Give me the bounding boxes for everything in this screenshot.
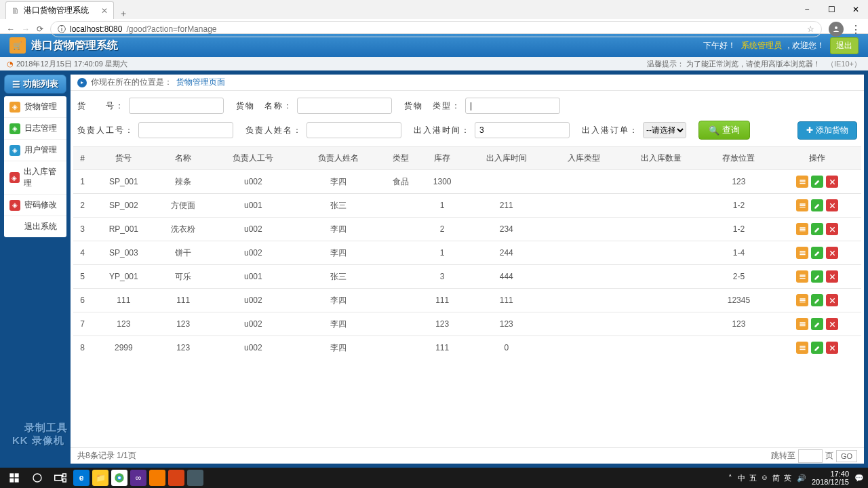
ime-bar[interactable]: 中五☺简英 bbox=[738, 473, 791, 483]
view-button[interactable] bbox=[796, 294, 808, 306]
back-button[interactable]: ← bbox=[7, 24, 15, 34]
person-id-input[interactable] bbox=[138, 122, 233, 138]
view-button[interactable] bbox=[796, 318, 808, 330]
search-icon: 🔍 bbox=[709, 125, 719, 136]
table-cell: SP_002 bbox=[92, 194, 156, 218]
sidebar-item-icon: ◈ bbox=[9, 102, 20, 113]
goods-type-input[interactable] bbox=[465, 98, 560, 114]
edit-button[interactable] bbox=[811, 247, 823, 259]
close-window-button[interactable]: ✕ bbox=[844, 0, 868, 19]
person-name-input[interactable] bbox=[307, 122, 401, 138]
go-button[interactable]: GO bbox=[836, 450, 857, 462]
ime-item[interactable]: 中 bbox=[738, 473, 745, 483]
table-cell: 1300 bbox=[420, 170, 464, 194]
delete-button[interactable] bbox=[826, 342, 838, 354]
view-button[interactable] bbox=[796, 270, 808, 283]
delete-button[interactable] bbox=[826, 318, 838, 330]
menu-button[interactable]: ⋮ bbox=[850, 23, 861, 36]
profile-button[interactable] bbox=[829, 22, 844, 37]
header-right: 下午好！ 系统管理员 , 欢迎您！ 退出 bbox=[703, 37, 859, 54]
table-cell bbox=[380, 194, 420, 218]
new-tab-button[interactable]: + bbox=[114, 8, 133, 19]
ime-item[interactable]: ☺ bbox=[761, 473, 768, 483]
view-button[interactable] bbox=[796, 176, 808, 188]
taskview-button[interactable] bbox=[50, 469, 71, 487]
tip: 温馨提示： 为了能正常浏览，请使用高版本浏览器！ （IE10+） bbox=[647, 59, 861, 69]
browser-tab[interactable]: 🗎 港口货物管理系统 ✕ bbox=[5, 1, 114, 19]
view-button[interactable] bbox=[796, 342, 808, 354]
explorer-icon[interactable]: 📁 bbox=[92, 470, 108, 486]
app5-icon[interactable] bbox=[187, 470, 203, 486]
edit-button[interactable] bbox=[811, 342, 823, 354]
site-info-icon[interactable]: ⓘ bbox=[58, 24, 66, 35]
view-button[interactable] bbox=[796, 199, 808, 211]
reload-button[interactable]: ⟳ bbox=[37, 24, 43, 34]
app3-icon[interactable] bbox=[149, 470, 165, 486]
sidebar-item-label: 日志管理 bbox=[24, 123, 57, 134]
table-cell: 244 bbox=[464, 241, 549, 265]
sidebar-item-label: 出入库管理 bbox=[24, 166, 61, 189]
edit-button[interactable] bbox=[811, 176, 823, 188]
logout-button[interactable]: 退出 bbox=[830, 37, 859, 54]
delete-button[interactable] bbox=[826, 199, 838, 211]
action-cell bbox=[774, 218, 861, 241]
sidebar-item-4[interactable]: ◈密码修改 bbox=[4, 195, 66, 216]
notifications-icon[interactable]: 💬 bbox=[854, 474, 864, 483]
edit-button[interactable] bbox=[811, 318, 823, 330]
table-cell: 5 bbox=[73, 265, 92, 289]
sidebar-item-5[interactable]: 退出系统 bbox=[4, 216, 66, 237]
lbl-goods-name: 货物 名称： bbox=[236, 100, 293, 112]
url-input[interactable]: ⓘ localhost:8080/good?action=forManage ☆ bbox=[50, 21, 822, 37]
table-cell: 123 bbox=[704, 170, 774, 194]
edit-button[interactable] bbox=[811, 294, 823, 306]
edge-icon[interactable]: e bbox=[73, 470, 90, 486]
goods-name-input[interactable] bbox=[297, 98, 392, 114]
table-cell bbox=[380, 289, 420, 312]
sidebar-item-0[interactable]: ◈货物管理 bbox=[4, 96, 66, 118]
maximize-button[interactable]: ☐ bbox=[819, 0, 844, 19]
edit-button[interactable] bbox=[811, 270, 823, 283]
speaker-icon[interactable]: 🔊 bbox=[797, 474, 806, 483]
io-order-select[interactable]: --请选择-- bbox=[643, 122, 686, 138]
view-button[interactable] bbox=[796, 223, 808, 235]
minimize-button[interactable]: − bbox=[795, 0, 819, 19]
edit-button[interactable] bbox=[811, 199, 823, 211]
bookmark-icon[interactable]: ☆ bbox=[807, 24, 814, 34]
ime-item[interactable]: 五 bbox=[749, 473, 757, 483]
table-row: 2SP_002方便面u001张三12111-2 bbox=[73, 194, 861, 218]
add-goods-button[interactable]: ✚ 添加货物 bbox=[797, 121, 857, 140]
forward-button[interactable]: → bbox=[22, 24, 30, 34]
cortana-button[interactable] bbox=[27, 469, 47, 487]
goods-no-input[interactable] bbox=[129, 98, 224, 114]
table-cell bbox=[549, 312, 618, 336]
delete-button[interactable] bbox=[826, 247, 838, 259]
ime-item[interactable]: 简 bbox=[772, 473, 780, 483]
sidebar-item-3[interactable]: ◈出入库管理 bbox=[4, 161, 66, 195]
table-cell: 123 bbox=[704, 312, 774, 336]
tray-chevron[interactable]: ˄ bbox=[728, 474, 732, 483]
table-cell bbox=[549, 336, 618, 360]
table-cell: 可乐 bbox=[156, 265, 211, 289]
ime-item[interactable]: 英 bbox=[784, 473, 791, 483]
start-button[interactable] bbox=[4, 469, 24, 487]
table-cell bbox=[549, 265, 618, 289]
delete-button[interactable] bbox=[826, 176, 838, 188]
ide-icon[interactable]: ∞ bbox=[130, 470, 146, 486]
app4-icon[interactable] bbox=[168, 470, 184, 486]
delete-button[interactable] bbox=[826, 294, 838, 306]
sidebar-item-2[interactable]: ◈用户管理 bbox=[4, 140, 66, 161]
io-time-input[interactable] bbox=[475, 122, 570, 138]
close-icon[interactable]: ✕ bbox=[101, 6, 108, 16]
delete-button[interactable] bbox=[826, 270, 838, 283]
breadcrumb-link[interactable]: 货物管理页面 bbox=[176, 77, 225, 88]
chrome-icon[interactable] bbox=[111, 470, 127, 486]
edit-button[interactable] bbox=[811, 223, 823, 235]
view-button[interactable] bbox=[796, 247, 808, 259]
clock[interactable]: 17:40 2018/12/15 bbox=[812, 470, 849, 486]
search-button[interactable]: 🔍 查询 bbox=[698, 121, 750, 140]
sidebar-item-1[interactable]: ◈日志管理 bbox=[4, 118, 66, 140]
table-cell: 李四 bbox=[296, 289, 380, 312]
action-cell bbox=[774, 289, 861, 312]
delete-button[interactable] bbox=[826, 223, 838, 235]
page-input[interactable] bbox=[798, 449, 823, 463]
